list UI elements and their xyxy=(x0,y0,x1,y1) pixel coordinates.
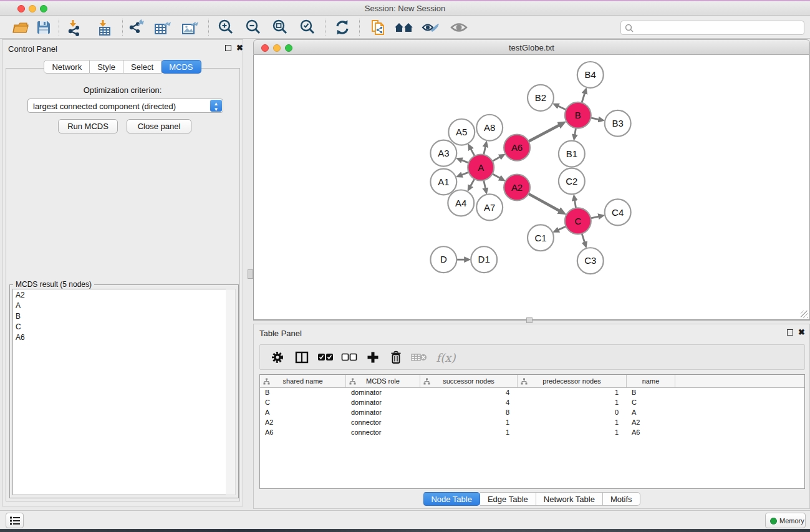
mcds-result-scrollbar[interactable] xyxy=(226,289,236,495)
graph-node-A3[interactable]: A3 xyxy=(430,140,456,167)
graph-edge-A-A2[interactable] xyxy=(493,174,500,178)
toggle-bird-view-button[interactable] xyxy=(448,17,470,37)
tab-edge-table[interactable]: Edge Table xyxy=(480,492,536,506)
zoom-fit-button[interactable] xyxy=(269,17,291,37)
graph-node-A5[interactable]: A5 xyxy=(448,119,475,145)
zoom-in-button[interactable] xyxy=(215,17,236,37)
graph-node-B1[interactable]: B1 xyxy=(559,141,585,167)
graph-node-A4[interactable]: A4 xyxy=(448,190,474,216)
graph-node-B[interactable]: B xyxy=(565,102,591,128)
split-panel-button[interactable] xyxy=(292,349,311,366)
column-header-successor-nodes[interactable]: successor nodes xyxy=(420,375,518,387)
task-history-button[interactable] xyxy=(6,513,24,528)
run-mcds-button[interactable]: Run MCDS xyxy=(58,119,118,133)
tab-node-table[interactable]: Node Table xyxy=(423,492,480,506)
window-resize-grip[interactable] xyxy=(801,311,808,318)
graph-node-B2[interactable]: B2 xyxy=(528,85,554,111)
graph-edge-B-B3[interactable] xyxy=(591,118,599,120)
tab-mcds[interactable]: MCDS xyxy=(162,60,201,74)
home-layout-button[interactable] xyxy=(393,17,415,37)
graph-edge-A-A3[interactable] xyxy=(461,160,468,163)
float-panel-button[interactable] xyxy=(225,45,231,51)
graph-edge-C-C4[interactable] xyxy=(591,216,599,218)
export-image-button[interactable] xyxy=(180,17,201,37)
table-row[interactable]: Adominator80A xyxy=(260,408,804,418)
graph-edge-A-A7[interactable] xyxy=(484,180,486,188)
graph-node-C3[interactable]: C3 xyxy=(577,248,604,274)
delete-column-button[interactable] xyxy=(387,349,405,366)
graph-node-C4[interactable]: C4 xyxy=(605,199,631,225)
graph-node-D[interactable]: D xyxy=(430,246,456,273)
column-header-predecessor-nodes[interactable]: predecessor nodes xyxy=(518,375,627,387)
mcds-result-list[interactable]: A2ABCA6 xyxy=(12,289,226,495)
graph-edge-B-B4[interactable] xyxy=(582,93,585,102)
close-panel-button[interactable]: Close panel xyxy=(127,119,191,133)
graph-edge-A-A5[interactable] xyxy=(471,149,475,156)
graph-edge-C-C2[interactable] xyxy=(575,200,576,208)
column-header-shared-name[interactable]: shared name xyxy=(260,375,346,387)
graph-node-C[interactable]: C xyxy=(565,208,591,234)
add-column-button[interactable] xyxy=(364,349,382,366)
zoom-out-button[interactable] xyxy=(243,17,264,37)
graph-node-C1[interactable]: C1 xyxy=(528,225,554,251)
mcds-result-item[interactable]: A2 xyxy=(13,289,226,300)
table-settings-button[interactable] xyxy=(268,349,287,366)
graph-edge-B-B2[interactable] xyxy=(558,106,566,110)
tab-style[interactable]: Style xyxy=(90,60,123,74)
table-row[interactable]: A6connector11A6 xyxy=(260,428,804,438)
import-table-button[interactable] xyxy=(94,17,115,37)
export-network-button[interactable] xyxy=(126,17,147,37)
graph-node-A2[interactable]: A2 xyxy=(504,175,530,201)
optimization-criterion-select[interactable]: largest connected component (directed) ▲… xyxy=(27,99,223,113)
network-canvas[interactable]: B4B2BB3A8A5A6A3B1AA1C2A2A4A7C4CC1DD1C3 xyxy=(253,55,810,320)
column-header-MCDS-role[interactable]: MCDS role xyxy=(346,375,420,387)
save-session-button[interactable] xyxy=(33,17,54,37)
graph-node-A6[interactable]: A6 xyxy=(504,135,530,161)
select-all-checkboxes-button[interactable] xyxy=(316,349,335,366)
graph-node-A8[interactable]: A8 xyxy=(476,115,503,141)
graph-node-B3[interactable]: B3 xyxy=(605,110,631,137)
graph-edge-B-B1[interactable] xyxy=(575,128,576,135)
memory-button[interactable]: Memory xyxy=(765,513,806,528)
deselect-all-checkboxes-button[interactable] xyxy=(340,349,359,366)
refresh-layout-button[interactable] xyxy=(332,17,353,37)
table-close-button[interactable]: ✖ xyxy=(798,327,805,337)
graph-edge-A-A4[interactable] xyxy=(470,179,475,186)
graph-edge-A-A1[interactable] xyxy=(461,172,468,175)
close-panel-icon-button[interactable]: ✖ xyxy=(236,43,243,52)
tab-network[interactable]: Network xyxy=(44,60,90,74)
function-builder-button[interactable]: f(x) xyxy=(433,349,458,366)
graph-node-C2[interactable]: C2 xyxy=(559,168,585,195)
zoom-selected-button[interactable] xyxy=(297,17,318,37)
node-table[interactable]: shared nameMCDS rolesuccessor nodesprede… xyxy=(259,374,805,489)
export-table-button[interactable] xyxy=(152,17,173,37)
delete-table-button[interactable] xyxy=(410,349,428,366)
tab-motifs[interactable]: Motifs xyxy=(603,492,640,506)
graph-node-A1[interactable]: A1 xyxy=(430,169,456,195)
table-row[interactable]: Bdominator41B xyxy=(260,388,804,398)
table-float-button[interactable] xyxy=(787,329,793,336)
mcds-result-item[interactable]: A xyxy=(13,300,226,311)
column-header-name[interactable]: name xyxy=(627,375,675,387)
graph-node-D1[interactable]: D1 xyxy=(471,246,497,273)
graph-edge-A-A8[interactable] xyxy=(484,147,486,155)
import-network-button[interactable] xyxy=(64,17,85,37)
graph-node-A[interactable]: A xyxy=(468,155,494,181)
graph-edge-A-A6[interactable] xyxy=(493,157,500,162)
graph-node-B4[interactable]: B4 xyxy=(577,62,604,88)
tab-select[interactable]: Select xyxy=(123,60,162,74)
show-graphics-details-button[interactable] xyxy=(420,17,441,37)
graph-edge-C-C3[interactable] xyxy=(582,233,584,242)
table-row[interactable]: Cdominator41C xyxy=(260,398,804,408)
tab-network-table[interactable]: Network Table xyxy=(536,492,603,506)
mcds-result-item[interactable]: C xyxy=(13,322,226,332)
search-input[interactable] xyxy=(636,22,801,34)
graph-edge-A2-C[interactable] xyxy=(528,194,559,211)
graph-edge-A6-B[interactable] xyxy=(529,125,560,141)
mcds-result-item[interactable]: B xyxy=(13,311,226,321)
open-session-button[interactable] xyxy=(10,17,31,37)
mcds-result-item[interactable]: A6 xyxy=(13,332,226,343)
horizontal-splitter-handle[interactable] xyxy=(526,317,533,323)
graph-edge-C-C1[interactable] xyxy=(558,226,566,230)
clone-network-button[interactable] xyxy=(368,17,389,37)
